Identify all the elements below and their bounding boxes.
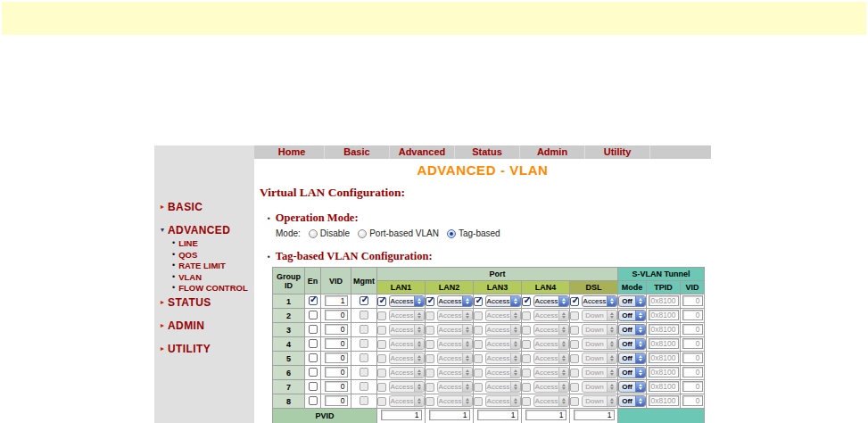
sidebar-subitem-line[interactable]: LINE [172, 238, 254, 248]
enable-checkbox[interactable] [309, 296, 318, 305]
port-mode-select[interactable]: Access [533, 352, 569, 364]
port-checkbox[interactable] [426, 397, 434, 406]
tunnel-mode-select[interactable]: Off [618, 310, 646, 321]
nav-tab-status[interactable]: Status [455, 145, 520, 159]
port-checkbox[interactable] [474, 340, 483, 349]
port-mode-select[interactable]: Access [533, 310, 569, 321]
port-checkbox[interactable] [522, 397, 531, 406]
pvid-input-dsl[interactable]: 1 [574, 410, 615, 420]
port-checkbox[interactable] [474, 297, 483, 306]
pvid-input-lan3[interactable]: 1 [477, 410, 518, 420]
port-checkbox[interactable] [570, 340, 579, 349]
mgmt-checkbox[interactable] [360, 382, 368, 391]
port-mode-select[interactable]: Access [389, 310, 425, 321]
port-mode-select[interactable]: Access [485, 352, 521, 364]
port-mode-select[interactable]: Down [582, 352, 617, 364]
tpid-input[interactable]: 0x8100 [649, 310, 679, 320]
port-checkbox[interactable] [474, 383, 483, 392]
vid-input[interactable]: 0 [325, 395, 348, 406]
port-mode-select[interactable]: Access [485, 338, 521, 350]
port-checkbox[interactable] [474, 326, 483, 335]
tunnel-mode-select[interactable]: Off [618, 338, 646, 350]
tunnel-vid-input[interactable]: 0 [682, 324, 703, 335]
port-mode-select[interactable]: Access [389, 295, 425, 307]
radio-option-disable[interactable]: Disable [309, 228, 350, 238]
port-checkbox[interactable] [377, 326, 386, 335]
port-checkbox[interactable] [570, 397, 579, 406]
port-mode-select[interactable]: Access [389, 352, 425, 364]
port-checkbox[interactable] [377, 369, 386, 377]
port-mode-select[interactable]: Access [437, 295, 473, 307]
tpid-input[interactable]: 0x8100 [649, 381, 679, 392]
port-mode-select[interactable]: Down [582, 338, 617, 350]
sidebar-item-admin[interactable]: ADMIN [161, 319, 254, 332]
sidebar-item-status[interactable]: STATUS [161, 296, 254, 309]
port-checkbox[interactable] [377, 397, 386, 406]
enable-checkbox[interactable] [309, 311, 318, 319]
mgmt-checkbox[interactable] [360, 353, 368, 362]
enable-checkbox[interactable] [309, 396, 318, 405]
port-checkbox[interactable] [570, 326, 579, 335]
mgmt-checkbox[interactable] [360, 339, 368, 348]
port-checkbox[interactable] [570, 369, 579, 377]
port-mode-select[interactable]: Access [389, 395, 425, 407]
port-checkbox[interactable] [522, 383, 531, 392]
port-checkbox[interactable] [522, 297, 531, 306]
vid-input[interactable]: 0 [325, 324, 348, 335]
sidebar-item-basic[interactable]: BASIC [161, 201, 254, 213]
tpid-input[interactable]: 0x8100 [649, 338, 679, 349]
tunnel-vid-input[interactable]: 0 [682, 395, 703, 406]
port-checkbox[interactable] [474, 311, 483, 320]
nav-tab-admin[interactable]: Admin [520, 145, 585, 159]
port-checkbox[interactable] [426, 383, 434, 392]
port-checkbox[interactable] [377, 340, 386, 349]
port-checkbox[interactable] [570, 383, 579, 392]
sidebar-subitem-flow-control[interactable]: FLOW CONTROL [172, 283, 254, 293]
vid-input[interactable]: 0 [325, 310, 348, 320]
mgmt-checkbox[interactable] [360, 311, 368, 319]
port-mode-select[interactable]: Access [485, 367, 521, 378]
port-mode-select[interactable]: Access [389, 324, 425, 336]
port-checkbox[interactable] [522, 340, 531, 349]
radio-option-tag-based[interactable]: Tag-based [447, 228, 500, 238]
enable-checkbox[interactable] [309, 325, 318, 334]
port-mode-select[interactable]: Access [533, 367, 569, 378]
tpid-input[interactable]: 0x8100 [649, 324, 679, 335]
tunnel-vid-input[interactable]: 0 [682, 367, 703, 377]
sidebar-subitem-vlan[interactable]: VLAN [172, 272, 254, 282]
port-mode-select[interactable]: Access [485, 310, 521, 321]
tpid-input[interactable]: 0x8100 [649, 295, 679, 306]
port-checkbox[interactable] [570, 297, 579, 306]
pvid-input-lan2[interactable]: 1 [429, 410, 470, 420]
port-mode-select[interactable]: Access [437, 352, 473, 364]
port-checkbox[interactable] [377, 354, 386, 363]
port-checkbox[interactable] [522, 354, 531, 363]
tunnel-vid-input[interactable]: 0 [682, 381, 703, 392]
mgmt-checkbox[interactable] [360, 325, 368, 334]
enable-checkbox[interactable] [309, 368, 318, 377]
port-mode-select[interactable]: Access [533, 395, 569, 407]
tunnel-mode-select[interactable]: Off [618, 295, 646, 307]
port-mode-select[interactable]: Access [437, 395, 473, 407]
port-mode-select[interactable]: Access [485, 395, 521, 407]
vid-input[interactable]: 0 [325, 367, 348, 377]
enable-checkbox[interactable] [309, 382, 318, 391]
radio-option-port-based[interactable]: Port-based VLAN [358, 228, 439, 238]
port-mode-select[interactable]: Access [533, 324, 569, 336]
port-checkbox[interactable] [426, 340, 434, 349]
sidebar-subitem-rate-limit[interactable]: RATE LIMIT [172, 261, 254, 270]
tunnel-vid-input[interactable]: 0 [682, 295, 703, 306]
port-checkbox[interactable] [474, 397, 483, 406]
sidebar-subitem-qos[interactable]: QOS [172, 250, 254, 260]
enable-checkbox[interactable] [309, 353, 318, 362]
port-mode-select[interactable]: Access [389, 381, 425, 393]
port-mode-select[interactable]: Down [582, 324, 617, 336]
tunnel-vid-input[interactable]: 0 [682, 352, 703, 363]
nav-tab-utility[interactable]: Utility [585, 145, 650, 159]
port-mode-select[interactable]: Access [485, 381, 521, 393]
mgmt-checkbox[interactable] [360, 296, 368, 305]
vid-input[interactable]: 0 [325, 352, 348, 363]
nav-tab-home[interactable]: Home [260, 145, 325, 159]
tunnel-mode-select[interactable]: Off [618, 381, 646, 393]
tpid-input[interactable]: 0x8100 [649, 367, 679, 377]
